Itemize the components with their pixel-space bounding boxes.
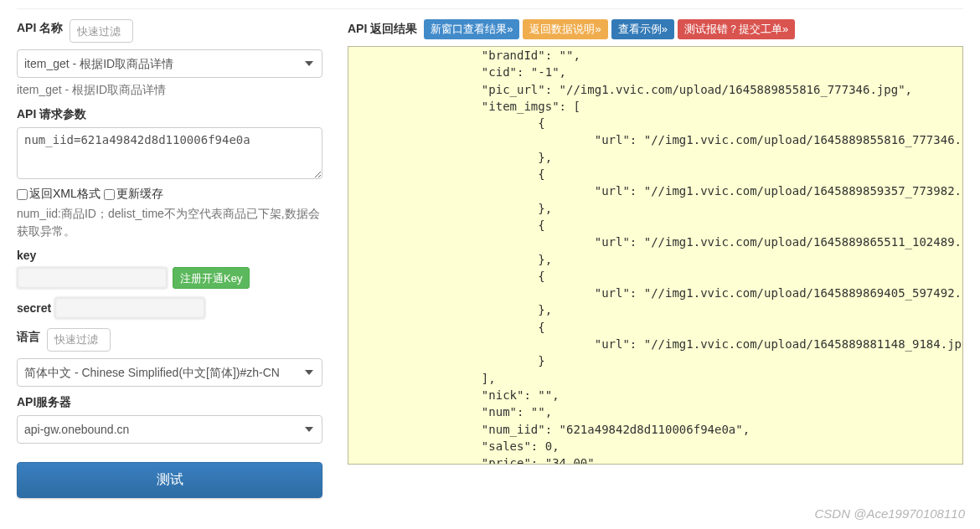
- api-name-filter-input[interactable]: [70, 19, 133, 43]
- left-panel: API 名称 item_get - 根据ID取商品详情 item_get - 根…: [17, 13, 322, 498]
- refresh-checkbox-label[interactable]: 更新缓存: [104, 187, 163, 202]
- view-example-button[interactable]: 查看示例»: [611, 19, 674, 39]
- refresh-checkbox[interactable]: [104, 189, 115, 200]
- lang-select[interactable]: 简体中文 - Chinese Simplified(中文[简体])#zh-CN: [17, 358, 322, 387]
- xml-checkbox-label[interactable]: 返回XML格式: [17, 187, 101, 202]
- result-output[interactable]: "brandId": "", "cid": "-1", "pic_url": "…: [348, 46, 963, 465]
- server-label: API服务器: [17, 395, 71, 410]
- new-window-button[interactable]: 新窗口查看结果»: [424, 19, 519, 39]
- api-name-help: item_get - 根据ID取商品详情: [17, 81, 322, 99]
- api-name-label: API 名称: [17, 21, 63, 36]
- lang-label: 语言: [17, 330, 40, 345]
- report-error-button[interactable]: 测试报错？提交工单»: [678, 19, 795, 39]
- params-help: num_iid:商品ID；delist_time不为空代表商品已下架,数据会获取…: [17, 205, 322, 240]
- register-key-button[interactable]: 注册开通Key: [173, 267, 250, 289]
- secret-label: secret: [17, 301, 51, 315]
- key-label: key: [17, 249, 36, 262]
- server-select[interactable]: api-gw.onebound.cn: [17, 415, 322, 444]
- watermark: CSDN @Ace19970108110: [814, 506, 965, 515]
- right-panel: API 返回结果 新窗口查看结果» 返回数据说明» 查看示例» 测试报错？提交工…: [348, 13, 963, 498]
- secret-input[interactable]: [54, 297, 205, 319]
- test-button[interactable]: 测试: [17, 462, 322, 498]
- xml-checkbox[interactable]: [17, 189, 28, 200]
- result-title: API 返回结果: [348, 22, 417, 37]
- params-textarea[interactable]: num_iid=621a49842d8d110006f94e0a: [17, 127, 322, 179]
- params-label: API 请求参数: [17, 107, 86, 122]
- return-desc-button[interactable]: 返回数据说明»: [523, 19, 607, 39]
- key-input[interactable]: [17, 267, 168, 289]
- lang-filter-input[interactable]: [47, 328, 111, 352]
- api-name-select[interactable]: item_get - 根据ID取商品详情: [17, 49, 322, 78]
